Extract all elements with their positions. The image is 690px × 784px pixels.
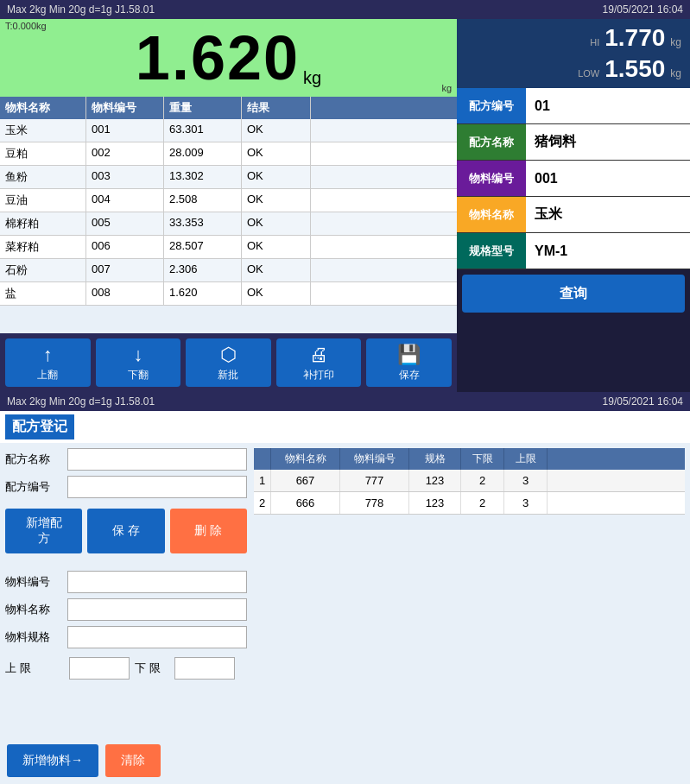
- material-code-input[interactable]: [67, 571, 247, 593]
- form-save-button[interactable]: 保 存: [87, 509, 164, 553]
- hi-low-display: HI 1.770 kg LOW 1.550 kg: [457, 19, 690, 88]
- add-material-button[interactable]: 新增物料→: [7, 744, 98, 777]
- material-code-form-row: 物料编号: [5, 571, 247, 593]
- rtr1-spec: 123: [409, 492, 461, 514]
- query-button[interactable]: 查询: [462, 275, 685, 313]
- col-header-code: 物料编号: [86, 97, 164, 119]
- save-button[interactable]: 💾 保存: [366, 338, 452, 387]
- scroll-down-button[interactable]: ↓ 下翻: [96, 338, 181, 387]
- row3-weight: 2.508: [164, 189, 242, 212]
- table-row: 石粉 007 2.306 OK: [0, 259, 457, 282]
- reprint-icon: 🖨: [309, 344, 328, 366]
- formula-code-form-label: 配方编号: [5, 479, 64, 495]
- rtr0-lower: 2: [461, 470, 504, 491]
- new-batch-button[interactable]: ⬡ 新批: [186, 338, 271, 387]
- bottom-title: 配方登记: [5, 414, 74, 439]
- row1-result: OK: [242, 142, 311, 165]
- right-table-section: 物料名称 物料编号 规格 下限 上限 1 667 777 123 2 3 2 6…: [254, 448, 685, 732]
- rth-upper: 上限: [504, 448, 548, 470]
- lower-limit-label: 下 限: [135, 661, 169, 676]
- scroll-up-button[interactable]: ↑ 上翻: [5, 338, 91, 387]
- clear-button[interactable]: 清除: [105, 744, 161, 777]
- info-rows: 配方编号 01 配方名称 猪饲料 物料编号 001 物料名称 玉米 规格型号: [457, 88, 690, 392]
- row6-result: OK: [242, 259, 311, 281]
- hi-row: HI 1.770 kg: [465, 24, 681, 52]
- weight-value: 1.620: [136, 22, 300, 93]
- uplimit-row: 上 限 下 限: [5, 657, 247, 680]
- rtr1-seq: 2: [254, 492, 271, 514]
- left-section: T:0.000kg 1.620 kg kg 物料名称 物料编号 重量 结果 玉米…: [0, 19, 457, 392]
- formula-code-input[interactable]: [67, 476, 247, 498]
- query-label: 查询: [560, 285, 587, 303]
- row5-result: OK: [242, 236, 311, 258]
- row1-name: 豆粕: [0, 142, 86, 165]
- low-row: LOW 1.550 kg: [465, 55, 681, 83]
- rtr0-upper: 3: [504, 470, 548, 491]
- weight-unit: kg: [303, 68, 321, 88]
- row1-code: 002: [86, 142, 164, 165]
- material-spec-input[interactable]: [67, 626, 247, 648]
- formula-code-label-btn[interactable]: 配方编号: [457, 88, 526, 123]
- row3-name: 豆油: [0, 189, 86, 212]
- row5-code: 006: [86, 236, 164, 258]
- save-icon: 💾: [397, 344, 421, 366]
- row2-name: 鱼粉: [0, 166, 86, 188]
- lower-limit-input[interactable]: [174, 657, 235, 680]
- material-code-form-label: 物料编号: [5, 574, 64, 590]
- row2-weight: 13.302: [164, 166, 242, 188]
- reprint-button[interactable]: 🖨 补打印: [276, 338, 362, 387]
- row7-result: OK: [242, 282, 311, 305]
- rtr1-lower: 2: [461, 492, 504, 514]
- main-display-area: T:0.000kg 1.620 kg kg 物料名称 物料编号 重量 结果 玉米…: [0, 19, 690, 392]
- right-table-row: 1 667 777 123 2 3: [254, 470, 685, 492]
- table-row: 棉籽粕 005 33.353 OK: [0, 212, 457, 236]
- spec-label-btn[interactable]: 规格型号: [457, 233, 526, 269]
- formula-name-form-label: 配方名称: [5, 452, 64, 467]
- tare-label: T:0.000kg: [5, 21, 47, 31]
- row2-result: OK: [242, 166, 311, 188]
- data-table: 物料名称 物料编号 重量 结果 玉米 001 63.301 OK 豆粕 002 …: [0, 97, 457, 333]
- table-row: 鱼粉 003 13.302 OK: [0, 166, 457, 189]
- formula-name-input[interactable]: [67, 448, 247, 471]
- upper-limit-input[interactable]: [69, 657, 130, 680]
- form-left: 配方名称 配方编号 新增配方 保 存 删 除 物料编号 物料名称: [5, 448, 247, 732]
- bottom-content: 配方名称 配方编号 新增配方 保 存 删 除 物料编号 物料名称: [0, 443, 690, 737]
- bottom-panel: Max 2kg Min 20g d=1g J1.58.01 19/05/2021…: [0, 392, 690, 784]
- form-buttons: 新增配方 保 存 删 除: [5, 509, 247, 553]
- row5-weight: 28.507: [164, 236, 242, 258]
- right-table-header: 物料名称 物料编号 规格 下限 上限: [254, 448, 685, 470]
- new-formula-button[interactable]: 新增配方: [5, 509, 82, 553]
- table-row: 菜籽粕 006 28.507 OK: [0, 236, 457, 259]
- row7-code: 008: [86, 282, 164, 305]
- table-row: 盐 008 1.620 OK: [0, 282, 457, 306]
- material-name-input[interactable]: [67, 598, 247, 621]
- material-name-label-btn[interactable]: 物料名称: [457, 197, 526, 232]
- row4-code: 005: [86, 212, 164, 235]
- scroll-up-icon: ↑: [43, 344, 53, 366]
- material-name-form-row: 物料名称: [5, 598, 247, 621]
- reprint-label: 补打印: [303, 368, 334, 383]
- table-row: 玉米 001 63.301 OK: [0, 119, 457, 142]
- hi-value: 1.770: [605, 24, 665, 52]
- row5-name: 菜籽粕: [0, 236, 86, 258]
- rtr0-seq: 1: [254, 470, 271, 491]
- weight-display: T:0.000kg 1.620 kg kg: [0, 19, 457, 97]
- right-section: HI 1.770 kg LOW 1.550 kg 配方编号 01 配方名称 猪饲…: [457, 19, 690, 392]
- row0-code: 001: [86, 119, 164, 142]
- material-spec-form-label: 物料规格: [5, 629, 64, 645]
- hi-unit: kg: [670, 36, 681, 48]
- low-unit: kg: [670, 67, 681, 79]
- scroll-down-label: 下翻: [128, 368, 149, 383]
- row6-code: 007: [86, 259, 164, 281]
- table-row: 豆粕 002 28.009 OK: [0, 142, 457, 166]
- spec-value: YM-1: [526, 233, 690, 269]
- form-delete-button[interactable]: 删 除: [170, 509, 247, 553]
- material-name-row: 物料名称 玉米: [457, 197, 690, 233]
- formula-name-label-btn[interactable]: 配方名称: [457, 124, 526, 160]
- formula-code-value: 01: [526, 88, 690, 123]
- material-code-label-btn[interactable]: 物料编号: [457, 161, 526, 196]
- rth-lower: 下限: [461, 448, 504, 470]
- rth-spec: 规格: [409, 448, 461, 470]
- table-header: 物料名称 物料编号 重量 结果: [0, 97, 457, 119]
- scroll-down-icon: ↓: [133, 344, 142, 366]
